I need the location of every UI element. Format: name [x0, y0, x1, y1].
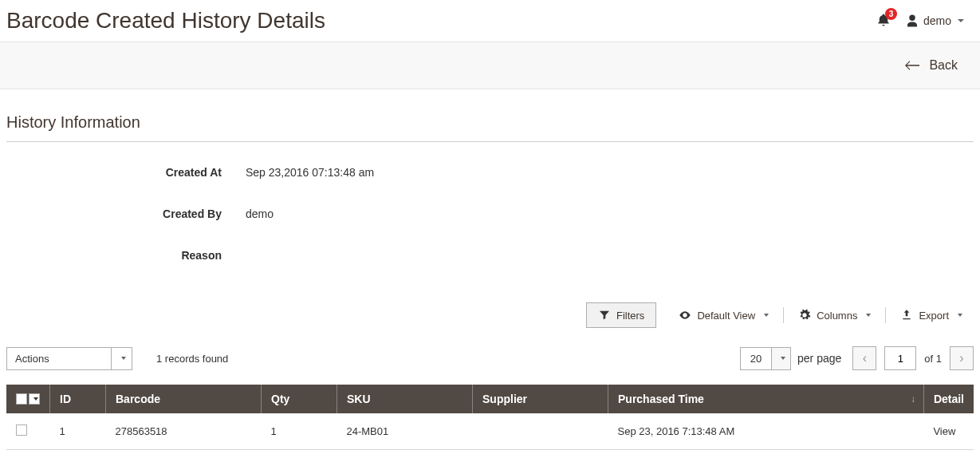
- cell-sku: 24-MB01: [337, 413, 473, 450]
- created-at-value: Sep 23,2016 07:13:48 am: [246, 166, 374, 179]
- created-by-value: demo: [246, 207, 274, 220]
- caret-down-icon: [958, 19, 964, 22]
- chevron-left-icon: ‹: [863, 351, 867, 365]
- caret-down-icon: [781, 357, 785, 360]
- pager-next[interactable]: ›: [950, 346, 974, 370]
- actions-dropdown[interactable]: Actions: [6, 347, 132, 370]
- separator: [783, 307, 784, 323]
- back-label: Back: [929, 58, 958, 73]
- caret-down-icon: [121, 357, 126, 360]
- cell-barcode: 278563518: [106, 413, 262, 450]
- per-page-label: per page: [797, 352, 841, 365]
- cell-qty[interactable]: 1: [262, 413, 337, 450]
- gear-icon: [798, 309, 811, 322]
- reason-label: Reason: [6, 249, 246, 262]
- pager-of: of 1: [924, 353, 942, 365]
- header-qty[interactable]: Qty: [262, 385, 337, 413]
- table-row[interactable]: 1 278563518 1 24-MB01 Sep 23, 2016 7:13:…: [6, 413, 974, 450]
- checkbox-toggle[interactable]: [29, 393, 40, 405]
- caret-down-icon: [764, 314, 769, 317]
- arrow-left-icon: [905, 60, 919, 71]
- records-found: 1 records found: [156, 353, 228, 365]
- export-label: Export: [919, 310, 949, 322]
- export-icon: [900, 309, 913, 322]
- pager-current[interactable]: [884, 346, 916, 370]
- cell-supplier: [473, 413, 608, 450]
- header-supplier[interactable]: Supplier: [473, 385, 608, 413]
- chevron-right-icon: ›: [959, 351, 963, 365]
- actions-toggle[interactable]: [111, 348, 132, 369]
- columns-button[interactable]: Columns: [787, 303, 882, 327]
- user-name: demo: [923, 14, 951, 27]
- pager-prev[interactable]: ‹: [852, 346, 876, 370]
- header-barcode[interactable]: Barcode: [106, 385, 262, 413]
- eye-icon: [679, 309, 691, 322]
- separator: [885, 307, 886, 323]
- page-title: Barcode Created History Details: [6, 8, 325, 34]
- header-purchased-time[interactable]: Purchased Time↓: [608, 385, 924, 413]
- row-checkbox[interactable]: [16, 424, 27, 436]
- sort-arrow-icon: ↓: [911, 393, 915, 405]
- per-page-select[interactable]: 20: [740, 347, 791, 370]
- user-icon: [905, 14, 919, 28]
- per-page-toggle[interactable]: [771, 348, 790, 369]
- header-checkbox[interactable]: [6, 385, 50, 413]
- filters-button[interactable]: Filters: [586, 302, 656, 328]
- back-button[interactable]: Back: [905, 58, 958, 73]
- columns-label: Columns: [817, 310, 857, 322]
- cell-id: 1: [50, 413, 106, 450]
- section-title: History Information: [6, 113, 974, 142]
- grid-header-row: ID Barcode Qty SKU Supplier Purchased Ti…: [6, 385, 974, 413]
- cell-purchased-time: Sep 23, 2016 7:13:48 AM: [608, 413, 924, 450]
- created-by-label: Created By: [6, 207, 246, 220]
- user-menu[interactable]: demo: [905, 14, 964, 28]
- header-detail[interactable]: Detail: [923, 385, 974, 413]
- cell-detail-link[interactable]: View: [923, 413, 974, 450]
- export-button[interactable]: Export: [889, 303, 974, 327]
- actions-label: Actions: [7, 348, 111, 369]
- header-sku[interactable]: SKU: [337, 385, 473, 413]
- notification-badge: 3: [885, 8, 897, 20]
- header-id[interactable]: ID: [50, 385, 106, 413]
- caret-down-icon: [958, 314, 962, 317]
- created-at-label: Created At: [6, 166, 246, 179]
- default-view-button[interactable]: Default View: [667, 303, 780, 327]
- notifications-button[interactable]: 3: [876, 13, 891, 30]
- funnel-icon: [598, 309, 611, 322]
- per-page-value: 20: [741, 348, 771, 369]
- caret-down-icon: [866, 314, 871, 317]
- default-view-label: Default View: [697, 310, 755, 322]
- filters-label: Filters: [616, 310, 644, 322]
- checkbox-icon[interactable]: [16, 393, 27, 405]
- caret-down-icon: [33, 397, 38, 401]
